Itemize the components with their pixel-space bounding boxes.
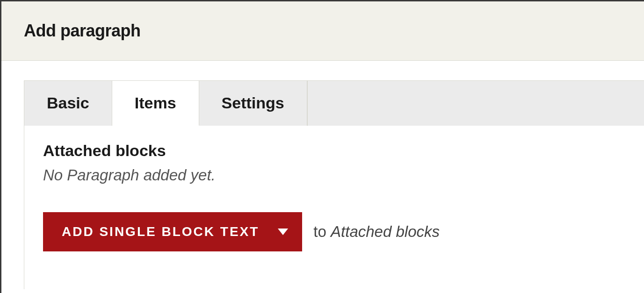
dialog-title: Add paragraph [24,21,644,41]
tab-list: Basic Items Settings [24,80,644,126]
dialog-container: Add paragraph Basic Items Settings Attac… [0,0,644,293]
action-row: ADD SINGLE BLOCK TEXT to Attached blocks [43,212,644,251]
suffix-target: Attached blocks [331,223,440,240]
dialog-header: Add paragraph [1,1,644,61]
tab-basic[interactable]: Basic [24,80,112,126]
button-label: ADD SINGLE BLOCK TEXT [62,224,259,239]
empty-state-message: No Paragraph added yet. [43,166,644,184]
section-heading: Attached blocks [43,142,644,160]
action-suffix: to Attached blocks [313,223,440,241]
dialog-content: Basic Items Settings Attached blocks No … [1,61,644,289]
tab-items[interactable]: Items [112,80,199,126]
suffix-prefix: to [313,223,331,240]
tabs-spacer [307,80,644,126]
tab-settings[interactable]: Settings [199,80,307,126]
caret-down-icon [278,229,288,235]
add-single-block-text-button[interactable]: ADD SINGLE BLOCK TEXT [43,212,302,251]
svg-marker-0 [278,229,288,235]
tab-panel-items: Attached blocks No Paragraph added yet. … [24,126,644,289]
